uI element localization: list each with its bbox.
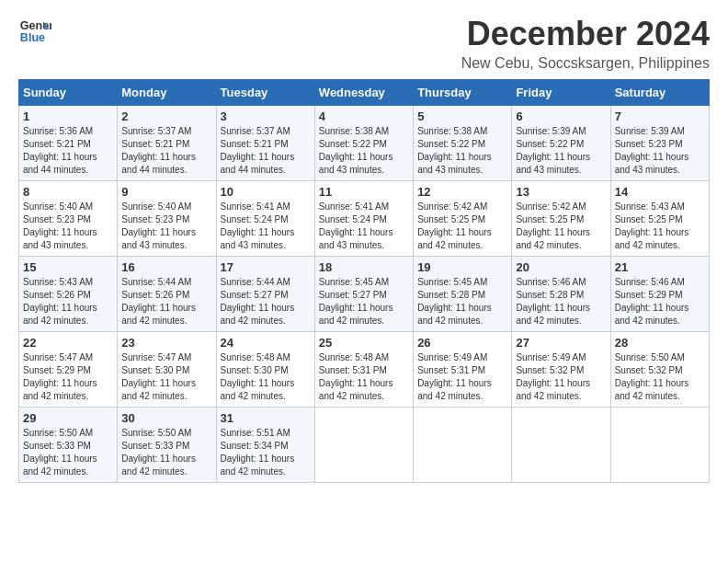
day-info: Sunrise: 5:44 AMSunset: 5:27 PMDaylight:…	[221, 277, 295, 326]
day-info: Sunrise: 5:43 AMSunset: 5:26 PMDaylight:…	[23, 277, 97, 326]
day-number: 19	[417, 260, 507, 274]
day-cell: 24 Sunrise: 5:48 AMSunset: 5:30 PMDaylig…	[216, 332, 314, 408]
day-cell: 12 Sunrise: 5:42 AMSunset: 5:25 PMDaylig…	[414, 181, 512, 257]
day-number: 5	[417, 109, 507, 123]
day-cell: 16 Sunrise: 5:44 AMSunset: 5:26 PMDaylig…	[118, 257, 216, 332]
week-row-2: 8 Sunrise: 5:40 AMSunset: 5:23 PMDayligh…	[19, 181, 710, 257]
week-row-3: 15 Sunrise: 5:43 AMSunset: 5:26 PMDaylig…	[19, 257, 710, 332]
day-number: 9	[121, 185, 211, 199]
day-number: 21	[615, 260, 705, 274]
day-number: 2	[121, 109, 211, 123]
day-number: 15	[23, 260, 113, 274]
day-number: 7	[615, 109, 705, 123]
day-cell: 28 Sunrise: 5:50 AMSunset: 5:32 PMDaylig…	[610, 332, 709, 408]
day-info: Sunrise: 5:37 AMSunset: 5:21 PMDaylight:…	[121, 126, 196, 175]
day-number: 6	[516, 109, 606, 123]
day-info: Sunrise: 5:45 AMSunset: 5:28 PMDaylight:…	[417, 277, 492, 326]
day-info: Sunrise: 5:44 AMSunset: 5:26 PMDaylight:…	[121, 277, 196, 326]
header: General Blue December 2024 New Cebu, Soc…	[18, 15, 710, 72]
day-info: Sunrise: 5:50 AMSunset: 5:33 PMDaylight:…	[121, 428, 196, 477]
day-number: 12	[417, 185, 507, 199]
day-cell: 19 Sunrise: 5:45 AMSunset: 5:28 PMDaylig…	[414, 257, 512, 332]
day-cell: 14 Sunrise: 5:43 AMSunset: 5:25 PMDaylig…	[610, 181, 709, 257]
day-info: Sunrise: 5:40 AMSunset: 5:23 PMDaylight:…	[23, 201, 97, 250]
day-number: 20	[516, 260, 606, 274]
day-number: 18	[319, 260, 409, 274]
day-info: Sunrise: 5:46 AMSunset: 5:29 PMDaylight:…	[615, 277, 689, 326]
logo-icon: General Blue	[18, 15, 51, 48]
day-info: Sunrise: 5:42 AMSunset: 5:25 PMDaylight:…	[417, 201, 492, 250]
day-cell: 7 Sunrise: 5:39 AMSunset: 5:23 PMDayligh…	[610, 106, 709, 181]
day-cell: 31 Sunrise: 5:51 AMSunset: 5:34 PMDaylig…	[216, 408, 314, 483]
day-header-monday: Monday	[118, 80, 216, 106]
day-cell	[610, 408, 709, 483]
day-number: 27	[516, 336, 606, 350]
day-cell: 22 Sunrise: 5:47 AMSunset: 5:29 PMDaylig…	[19, 332, 118, 408]
week-row-1: 1 Sunrise: 5:36 AMSunset: 5:21 PMDayligh…	[19, 106, 710, 181]
day-cell	[512, 408, 610, 483]
day-number: 3	[221, 109, 311, 123]
day-number: 26	[417, 336, 507, 350]
day-number: 11	[319, 185, 409, 199]
day-header-friday: Friday	[512, 80, 610, 106]
svg-text:Blue: Blue	[20, 31, 45, 44]
day-cell: 1 Sunrise: 5:36 AMSunset: 5:21 PMDayligh…	[19, 106, 118, 181]
day-cell: 2 Sunrise: 5:37 AMSunset: 5:21 PMDayligh…	[118, 106, 216, 181]
calendar-table: SundayMondayTuesdayWednesdayThursdayFrid…	[18, 79, 710, 483]
day-info: Sunrise: 5:39 AMSunset: 5:22 PMDaylight:…	[516, 126, 590, 175]
day-cell: 26 Sunrise: 5:49 AMSunset: 5:31 PMDaylig…	[414, 332, 512, 408]
day-number: 8	[23, 185, 113, 199]
month-title: December 2024	[461, 15, 710, 53]
day-cell	[314, 408, 413, 483]
location-title: New Cebu, Soccsksargen, Philippines	[461, 55, 710, 72]
day-header-saturday: Saturday	[610, 80, 709, 106]
day-number: 16	[121, 260, 211, 274]
day-number: 17	[221, 260, 311, 274]
day-cell: 4 Sunrise: 5:38 AMSunset: 5:22 PMDayligh…	[314, 106, 413, 181]
day-info: Sunrise: 5:47 AMSunset: 5:30 PMDaylight:…	[121, 352, 196, 401]
day-cell: 13 Sunrise: 5:42 AMSunset: 5:25 PMDaylig…	[512, 181, 610, 257]
day-number: 14	[615, 185, 705, 199]
day-info: Sunrise: 5:40 AMSunset: 5:23 PMDaylight:…	[121, 201, 196, 250]
day-cell: 20 Sunrise: 5:46 AMSunset: 5:28 PMDaylig…	[512, 257, 610, 332]
day-cell: 23 Sunrise: 5:47 AMSunset: 5:30 PMDaylig…	[118, 332, 216, 408]
day-number: 29	[23, 411, 113, 425]
day-number: 30	[121, 411, 211, 425]
day-header-sunday: Sunday	[19, 80, 118, 106]
day-number: 28	[615, 336, 705, 350]
day-cell: 27 Sunrise: 5:49 AMSunset: 5:32 PMDaylig…	[512, 332, 610, 408]
day-info: Sunrise: 5:38 AMSunset: 5:22 PMDaylight:…	[417, 126, 492, 175]
day-cell	[414, 408, 512, 483]
day-header-thursday: Thursday	[414, 80, 512, 106]
day-info: Sunrise: 5:38 AMSunset: 5:22 PMDaylight:…	[319, 126, 393, 175]
header-right: December 2024 New Cebu, Soccsksargen, Ph…	[461, 15, 710, 72]
days-header-row: SundayMondayTuesdayWednesdayThursdayFrid…	[19, 80, 710, 106]
day-cell: 18 Sunrise: 5:45 AMSunset: 5:27 PMDaylig…	[314, 257, 413, 332]
day-header-tuesday: Tuesday	[216, 80, 314, 106]
day-cell: 5 Sunrise: 5:38 AMSunset: 5:22 PMDayligh…	[414, 106, 512, 181]
day-header-wednesday: Wednesday	[314, 80, 413, 106]
day-info: Sunrise: 5:41 AMSunset: 5:24 PMDaylight:…	[319, 201, 393, 250]
day-info: Sunrise: 5:50 AMSunset: 5:32 PMDaylight:…	[615, 352, 689, 401]
day-info: Sunrise: 5:46 AMSunset: 5:28 PMDaylight:…	[516, 277, 590, 326]
day-info: Sunrise: 5:36 AMSunset: 5:21 PMDaylight:…	[23, 126, 97, 175]
day-number: 22	[23, 336, 113, 350]
day-number: 31	[221, 411, 311, 425]
day-number: 1	[23, 109, 113, 123]
day-info: Sunrise: 5:49 AMSunset: 5:31 PMDaylight:…	[417, 352, 492, 401]
day-cell: 8 Sunrise: 5:40 AMSunset: 5:23 PMDayligh…	[19, 181, 118, 257]
day-info: Sunrise: 5:48 AMSunset: 5:31 PMDaylight:…	[319, 352, 393, 401]
day-cell: 25 Sunrise: 5:48 AMSunset: 5:31 PMDaylig…	[314, 332, 413, 408]
day-info: Sunrise: 5:39 AMSunset: 5:23 PMDaylight:…	[615, 126, 689, 175]
day-number: 23	[121, 336, 211, 350]
day-number: 24	[221, 336, 311, 350]
day-cell: 6 Sunrise: 5:39 AMSunset: 5:22 PMDayligh…	[512, 106, 610, 181]
day-cell: 21 Sunrise: 5:46 AMSunset: 5:29 PMDaylig…	[610, 257, 709, 332]
day-number: 10	[221, 185, 311, 199]
day-info: Sunrise: 5:50 AMSunset: 5:33 PMDaylight:…	[23, 428, 97, 477]
day-info: Sunrise: 5:51 AMSunset: 5:34 PMDaylight:…	[221, 428, 295, 477]
logo: General Blue	[18, 15, 55, 48]
day-info: Sunrise: 5:48 AMSunset: 5:30 PMDaylight:…	[221, 352, 295, 401]
day-info: Sunrise: 5:47 AMSunset: 5:29 PMDaylight:…	[23, 352, 97, 401]
day-cell: 17 Sunrise: 5:44 AMSunset: 5:27 PMDaylig…	[216, 257, 314, 332]
